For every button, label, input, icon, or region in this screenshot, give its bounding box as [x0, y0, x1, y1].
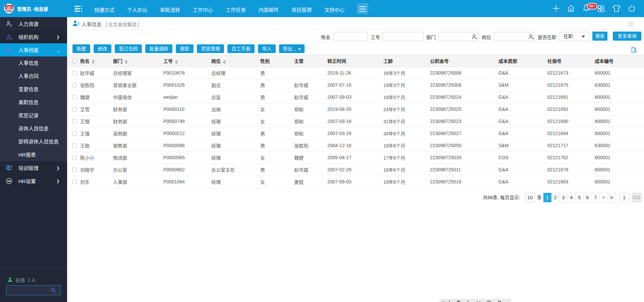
svg-text:HR: HR	[7, 180, 11, 182]
